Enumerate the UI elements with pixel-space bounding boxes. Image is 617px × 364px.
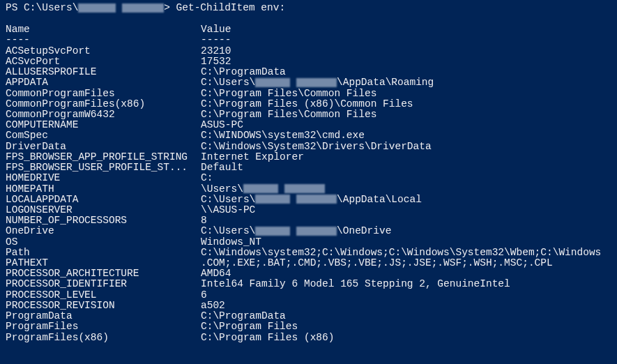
env-var-value: C:\Windows\System32\Drivers\DriverData bbox=[201, 142, 611, 152]
env-row: CommonProgramFiles(x86)C:\Program Files … bbox=[6, 99, 611, 109]
env-var-value: C:\Program Files\Common Files bbox=[201, 109, 611, 120]
header-value: Value bbox=[201, 24, 611, 35]
env-var-value: Windows_NT bbox=[201, 237, 611, 248]
env-var-value: C:\Windows\system32;C:\Windows;C:\Window… bbox=[201, 248, 611, 258]
env-var-name: OS bbox=[6, 237, 201, 248]
env-var-name: NUMBER_OF_PROCESSORS bbox=[6, 215, 201, 226]
env-var-value: 6 bbox=[201, 290, 611, 301]
env-row: LOGONSERVER\\ASUS-PC bbox=[6, 205, 611, 215]
env-row: COMPUTERNAMEASUS-PC bbox=[6, 120, 611, 130]
env-var-name: CommonProgramFiles(x86) bbox=[6, 99, 201, 109]
env-var-name: PROCESSOR_REVISION bbox=[6, 301, 201, 311]
env-var-value: \\ASUS-PC bbox=[201, 205, 611, 215]
env-var-value: C: bbox=[201, 173, 611, 183]
env-var-value: Internet Explorer bbox=[201, 152, 611, 162]
redacted-segment bbox=[255, 195, 290, 204]
env-row: APPDATAC:\Users\ \AppData\Roaming bbox=[6, 77, 611, 88]
redacted-segment bbox=[296, 78, 337, 87]
env-row: OSWindows_NT bbox=[6, 237, 611, 248]
env-var-name: ALLUSERSPROFILE bbox=[6, 67, 201, 77]
env-var-value: C:\ProgramData bbox=[201, 67, 611, 77]
env-row: ProgramDataC:\ProgramData bbox=[6, 311, 611, 321]
env-row: HOMEPATH\Users\ bbox=[6, 184, 611, 195]
env-var-value: C:\Program Files (x86)\Common Files bbox=[201, 99, 611, 109]
env-var-name: APPDATA bbox=[6, 77, 201, 88]
divider-name: ---- bbox=[6, 35, 201, 45]
env-row: ACSetupSvcPort23210 bbox=[6, 46, 611, 56]
env-var-value: C:\Users\ \AppData\Local bbox=[201, 195, 611, 205]
redacted-segment bbox=[284, 184, 325, 193]
env-var-name: CommonProgramFiles bbox=[6, 89, 201, 99]
env-row: PATHEXT.COM;.EXE;.BAT;.CMD;.VBS;.VBE;.JS… bbox=[6, 258, 611, 268]
output-header: Name Value bbox=[6, 24, 611, 35]
redacted-username bbox=[78, 3, 116, 13]
env-var-value: 8 bbox=[201, 215, 611, 226]
env-var-value: a502 bbox=[201, 301, 611, 311]
env-var-value: 17532 bbox=[201, 56, 611, 67]
env-row: CommonProgramW6432C:\Program Files\Commo… bbox=[6, 109, 611, 120]
env-var-name: ACSetupSvcPort bbox=[6, 46, 201, 56]
divider-value: ----- bbox=[201, 35, 611, 45]
env-var-name: PROCESSOR_ARCHITECTURE bbox=[6, 268, 201, 279]
env-row: OneDriveC:\Users\ \OneDrive bbox=[6, 226, 611, 236]
env-var-value: AMD64 bbox=[201, 268, 611, 279]
env-var-value: Default bbox=[201, 162, 611, 173]
env-var-name: ComSpec bbox=[6, 130, 201, 141]
env-var-name: ACSvcPort bbox=[6, 56, 201, 67]
env-var-name: OneDrive bbox=[6, 226, 201, 236]
env-var-value: C:\Program Files bbox=[201, 321, 611, 332]
env-var-value: C:\Users\ \AppData\Roaming bbox=[201, 77, 611, 88]
env-row: PROCESSOR_LEVEL6 bbox=[6, 290, 611, 301]
env-var-value: C:\Program Files (x86) bbox=[201, 333, 611, 343]
env-row: ProgramFilesC:\Program Files bbox=[6, 321, 611, 332]
env-var-name: FPS_BROWSER_APP_PROFILE_STRING bbox=[6, 152, 201, 162]
env-row: ProgramFiles(x86)C:\Program Files (x86) bbox=[6, 333, 611, 343]
env-row: FPS_BROWSER_APP_PROFILE_STRINGInternet E… bbox=[6, 152, 611, 162]
env-var-value: 23210 bbox=[201, 46, 611, 56]
env-var-name: HOMEDRIVE bbox=[6, 173, 201, 183]
env-var-value: C:\ProgramData bbox=[201, 311, 611, 321]
env-row: PROCESSOR_ARCHITECTUREAMD64 bbox=[6, 268, 611, 279]
env-row: ComSpecC:\WINDOWS\system32\cmd.exe bbox=[6, 130, 611, 141]
prompt-line[interactable]: PS C:\Users\ > Get-ChildItem env: bbox=[6, 3, 611, 13]
env-var-name: PROCESSOR_IDENTIFIER bbox=[6, 279, 201, 289]
env-var-name: COMPUTERNAME bbox=[6, 120, 201, 130]
env-var-name: DriverData bbox=[6, 142, 201, 152]
env-var-value: \Users\ bbox=[201, 184, 611, 195]
env-var-name: FPS_BROWSER_USER_PROFILE_ST... bbox=[6, 162, 201, 173]
redacted-segment bbox=[255, 78, 290, 87]
header-name: Name bbox=[6, 24, 201, 35]
env-row: FPS_BROWSER_USER_PROFILE_ST...Default bbox=[6, 162, 611, 173]
env-var-value: ASUS-PC bbox=[201, 120, 611, 130]
prompt-suffix: > bbox=[164, 2, 170, 13]
env-row: PathC:\Windows\system32;C:\Windows;C:\Wi… bbox=[6, 248, 611, 258]
env-row: NUMBER_OF_PROCESSORS8 bbox=[6, 215, 611, 226]
prompt-prefix: PS C:\Users\ bbox=[6, 2, 78, 13]
env-row: PROCESSOR_IDENTIFIERIntel64 Family 6 Mod… bbox=[6, 279, 611, 289]
output-divider: ---- ----- bbox=[6, 35, 611, 45]
redacted-segment bbox=[243, 184, 278, 193]
env-row: HOMEDRIVEC: bbox=[6, 173, 611, 183]
env-var-value: C:\Users\ \OneDrive bbox=[201, 226, 611, 236]
redacted-username bbox=[122, 3, 164, 13]
env-var-name: HOMEPATH bbox=[6, 184, 201, 195]
env-var-value: C:\Program Files\Common Files bbox=[201, 89, 611, 99]
env-row: ALLUSERSPROFILEC:\ProgramData bbox=[6, 67, 611, 77]
env-var-name: LOGONSERVER bbox=[6, 205, 201, 215]
env-var-name: PROCESSOR_LEVEL bbox=[6, 290, 201, 301]
env-row: PROCESSOR_REVISIONa502 bbox=[6, 301, 611, 311]
env-var-name: ProgramData bbox=[6, 311, 201, 321]
env-row: CommonProgramFilesC:\Program Files\Commo… bbox=[6, 89, 611, 99]
env-entries: ACSetupSvcPort23210ACSvcPort17532ALLUSER… bbox=[6, 46, 611, 343]
env-var-name: LOCALAPPDATA bbox=[6, 195, 201, 205]
env-var-name: ProgramFiles(x86) bbox=[6, 333, 201, 343]
env-var-name: CommonProgramW6432 bbox=[6, 109, 201, 120]
env-var-name: PATHEXT bbox=[6, 258, 201, 268]
command-text: Get-ChildItem env: bbox=[176, 2, 286, 13]
env-var-value: C:\WINDOWS\system32\cmd.exe bbox=[201, 130, 611, 141]
env-var-name: ProgramFiles bbox=[6, 321, 201, 332]
env-var-value: Intel64 Family 6 Model 165 Stepping 2, G… bbox=[201, 279, 611, 289]
redacted-segment bbox=[296, 227, 337, 236]
env-var-value: .COM;.EXE;.BAT;.CMD;.VBS;.VBE;.JS;.JSE;.… bbox=[201, 258, 611, 268]
env-row: ACSvcPort17532 bbox=[6, 56, 611, 67]
